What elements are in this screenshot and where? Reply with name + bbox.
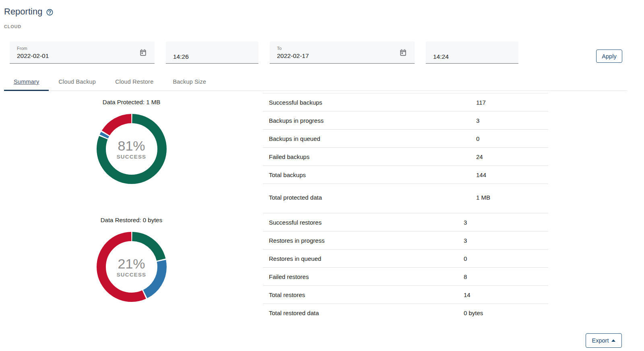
to-date-field[interactable]: To 2022-02-17 xyxy=(270,41,415,64)
charts-column: Data Protected: 1 MB 81% SUCCESS Data Re… xyxy=(0,93,263,322)
table-row: Total restores 14 xyxy=(263,285,548,304)
row-value: 144 xyxy=(476,171,548,178)
to-date-label: To xyxy=(277,45,407,51)
table-row: Restores in progress 3 xyxy=(263,231,548,249)
apply-button[interactable]: Apply xyxy=(596,50,622,63)
caret-up-icon xyxy=(611,339,615,342)
row-value: 24 xyxy=(476,153,548,160)
row-label: Backups in queued xyxy=(269,135,476,142)
row-label: Restores in progress xyxy=(269,237,464,244)
to-time-field[interactable]: 14:24 xyxy=(426,41,518,64)
row-value: 14 xyxy=(464,291,548,298)
table-row: Successful backups 117 xyxy=(263,93,548,111)
row-label: Total restored data xyxy=(269,310,464,316)
from-date-label: From xyxy=(17,45,147,51)
calendar-icon[interactable] xyxy=(399,49,407,56)
row-label: Total restores xyxy=(269,291,464,298)
row-label: Backups in progress xyxy=(269,117,476,124)
table-row: Backups in queued 0 xyxy=(263,129,548,147)
table-row: Total protected data 1 MB xyxy=(263,184,548,211)
data-protected-chart: Data Protected: 1 MB 81% SUCCESS xyxy=(0,98,263,184)
table-row: Successful restores 3 xyxy=(263,213,548,231)
row-label: Failed backups xyxy=(269,153,476,160)
table-row: Failed restores 8 xyxy=(263,267,548,285)
page-header: Reporting xyxy=(0,0,644,18)
restore-stats-table: Successful restores 3 Restores in progre… xyxy=(263,213,548,322)
chart-title: Data Restored: 0 bytes xyxy=(0,216,263,224)
donut-chart-restores xyxy=(97,232,167,302)
export-button[interactable]: Export xyxy=(586,333,622,348)
table-row: Restores in queued 0 xyxy=(263,249,548,267)
tab-cloud-backup[interactable]: Cloud Backup xyxy=(49,73,105,91)
tables-column: Successful backups 117 Backups in progre… xyxy=(263,93,548,322)
filter-row: From 2022-02-01 14:26 To 2022-02-17 14: xyxy=(0,41,644,64)
section-label-cloud: CLOUD xyxy=(4,24,644,29)
row-label: Successful restores xyxy=(269,219,464,226)
page-title: Reporting xyxy=(4,6,42,18)
row-value: 0 xyxy=(476,135,548,142)
to-time-value: 14:24 xyxy=(433,53,511,61)
row-value: 0 xyxy=(464,255,548,262)
summary-content: Data Protected: 1 MB 81% SUCCESS Data Re… xyxy=(0,93,644,322)
row-value: 3 xyxy=(464,237,548,244)
row-value: 1 MB xyxy=(476,194,548,201)
row-value: 8 xyxy=(464,273,548,280)
row-value: 0 bytes xyxy=(464,310,548,316)
row-value: 3 xyxy=(476,117,548,124)
row-label: Restores in queued xyxy=(269,255,464,262)
reporting-page: Reporting CLOUD From 2022-02-01 14:26 To… xyxy=(0,0,644,351)
from-time-value: 14:26 xyxy=(173,53,251,61)
from-date-value: 2022-02-01 xyxy=(17,52,147,60)
row-label: Total backups xyxy=(269,171,476,178)
calendar-icon[interactable] xyxy=(139,49,147,56)
help-icon[interactable] xyxy=(46,8,54,16)
tab-bar: Summary Cloud Backup Cloud Restore Backu… xyxy=(4,73,627,91)
table-row: Backups in progress 3 xyxy=(263,111,548,129)
row-label: Total protected data xyxy=(269,194,476,201)
row-label: Successful backups xyxy=(269,99,476,106)
tab-cloud-restore[interactable]: Cloud Restore xyxy=(105,73,163,91)
donut-chart-backups xyxy=(97,114,167,184)
table-row: Failed backups 24 xyxy=(263,147,548,165)
from-time-field[interactable]: 14:26 xyxy=(166,41,258,64)
tab-backup-size[interactable]: Backup Size xyxy=(163,73,216,91)
row-value: 117 xyxy=(476,99,548,106)
backup-stats-table: Successful backups 117 Backups in progre… xyxy=(263,93,548,211)
chart-title: Data Protected: 1 MB xyxy=(0,98,263,106)
table-row: Total backups 144 xyxy=(263,165,548,184)
table-row: Total restored data 0 bytes xyxy=(263,304,548,322)
from-date-field[interactable]: From 2022-02-01 xyxy=(10,41,155,64)
row-value: 3 xyxy=(464,219,548,226)
to-date-value: 2022-02-17 xyxy=(277,52,407,60)
tab-summary[interactable]: Summary xyxy=(4,73,49,91)
export-button-label: Export xyxy=(592,337,609,344)
row-label: Failed restores xyxy=(269,273,464,280)
data-restored-chart: Data Restored: 0 bytes 21% SUCCESS xyxy=(0,216,263,302)
